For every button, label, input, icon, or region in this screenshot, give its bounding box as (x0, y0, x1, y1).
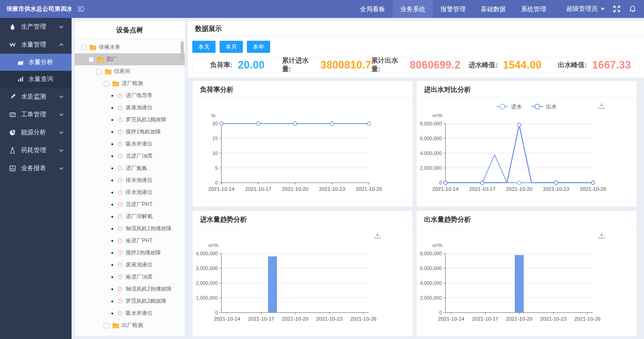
checkbox[interactable] (96, 69, 102, 74)
checkbox[interactable] (104, 323, 109, 328)
bullet-icon (111, 288, 113, 290)
legend-item[interactable]: 出水 (532, 103, 557, 110)
menu-fold-icon[interactable] (77, 5, 85, 13)
tree-leaf-node[interactable]: 北进厂PHT (75, 198, 185, 210)
sidebar-item[interactable]: 能源分析 (0, 124, 72, 142)
tree-leaf-node[interactable]: 进厂电导率 (75, 90, 185, 102)
tree-leaf-node[interactable]: 排水池液位 (75, 174, 185, 186)
tree-scrollbar[interactable] (181, 41, 184, 62)
tree-leaf-node[interactable]: 罗茨风机1阀故障 (75, 114, 185, 126)
download-icon[interactable] (599, 232, 605, 238)
legend-item[interactable]: 进水 (497, 103, 522, 110)
main-content: 数据展示 本天本月本年 负荷率:20.00累计进水量:3800810.7累计出水… (188, 18, 644, 339)
sidebar-item-label: 生产管理 (21, 23, 58, 31)
drop-icon (9, 23, 16, 30)
tree-leaf-node[interactable]: 排水池液位 (75, 186, 185, 198)
tree-leaf-node[interactable]: 搅拌1电机故障 (75, 126, 185, 138)
gauge-icon (117, 117, 123, 123)
tree-leaf-node[interactable]: 罗茨风机2阀故障 (75, 295, 185, 307)
svg-text:2021-10-14: 2021-10-14 (208, 186, 235, 192)
tree-leaf-node[interactable]: 南进厂浊度 (75, 271, 185, 283)
nav-item-4[interactable]: 系统管理 (513, 0, 554, 18)
tree-folder-node[interactable]: 仪表间 (75, 65, 185, 77)
nav-item-1[interactable]: 业务系统 (393, 0, 433, 18)
sidebar-item[interactable]: 业务报表 (0, 159, 72, 177)
tree-leaf-node[interactable]: 吸水井液位 (75, 307, 185, 319)
tree-leaf-node[interactable]: 废液池液位 (75, 259, 185, 271)
sidebar-item[interactable]: 工单管理 (0, 106, 72, 124)
bullet-icon (111, 143, 113, 145)
bullet-icon (111, 192, 113, 193)
sidebar-item[interactable]: 水量管理 (0, 36, 72, 54)
data-point (330, 122, 334, 125)
gauge-icon (117, 129, 123, 135)
user-menu[interactable]: 超级管理员 (566, 5, 605, 13)
chart-canvas: 05101520%2021-10-142021-10-172021-10-202… (193, 98, 412, 207)
tree-leaf-node[interactable]: 进厂溶解氧 (75, 210, 185, 223)
tree-node-label: 进厂电导率 (126, 92, 153, 99)
tree-folder-node[interactable]: 出厂检测 (75, 319, 185, 331)
nav-item-3[interactable]: 基础数据 (473, 0, 513, 18)
svg-text:6,000,000: 6,000,000 (420, 136, 442, 141)
tree-node-label: 搅拌1电机故障 (126, 128, 161, 136)
sidebar-item[interactable]: 生产管理 (0, 18, 72, 36)
svg-text:8,000,000: 8,000,000 (420, 121, 442, 126)
sidebar-subitem[interactable]: 水量分析 (0, 54, 72, 71)
data-point (220, 122, 223, 125)
chart-canvas: 02,000,0004,000,0006,000,0008,000,000m³/… (417, 227, 636, 337)
tree-folder-node[interactable]: 张掖水务 (75, 41, 185, 53)
checkbox[interactable] (81, 45, 86, 50)
svg-text:2021-10-17: 2021-10-17 (248, 316, 274, 322)
tree-leaf-node[interactable]: 吸水井液位 (75, 138, 185, 150)
sidebar-item-label: 能源分析 (21, 129, 58, 137)
fullscreen-icon[interactable] (613, 5, 620, 13)
stats-bar: 负荷率:20.00累计进水量:3800810.7累计出水量:8060699.2进… (192, 57, 640, 73)
sidebar-item[interactable]: 水质监测 (0, 88, 72, 106)
stat-value: 1544.00 (503, 59, 542, 71)
tree-leaf-node[interactable]: 轴流风机1热继故障 (75, 223, 185, 235)
checkbox[interactable] (89, 57, 94, 62)
gauge-icon (117, 189, 123, 195)
bell-icon[interactable] (629, 5, 636, 13)
time-button-1[interactable]: 本月 (220, 41, 243, 53)
nav-item-0[interactable]: 全局看板 (352, 0, 393, 18)
tree-leaf-node[interactable]: 废液池液位 (75, 102, 185, 114)
sidebar-subitem[interactable]: 水量查询 (0, 71, 72, 88)
data-point (257, 122, 260, 125)
tree-folder-node[interactable]: 进厂检测 (75, 77, 185, 90)
tree-node-label: 罗茨风机2阀故障 (126, 297, 166, 305)
svg-text:2021-10-23: 2021-10-23 (540, 316, 567, 322)
stat-label: 累计出水量: (371, 56, 404, 73)
tree-node-label: 仪表间 (114, 68, 130, 75)
svg-text:2,000,000: 2,000,000 (420, 165, 442, 171)
line-series (445, 154, 593, 183)
chevron-down-icon (58, 93, 65, 100)
checkbox[interactable] (104, 81, 109, 86)
time-button-2[interactable]: 本年 (247, 41, 270, 53)
tree-leaf-node[interactable]: 轴流风机2热继故障 (75, 283, 185, 295)
folder-icon (105, 69, 112, 74)
svg-text:出水: 出水 (546, 103, 557, 110)
tree-leaf-node[interactable]: 进厂氨氮 (75, 162, 185, 174)
svg-text:2021-10-26: 2021-10-26 (350, 316, 377, 322)
stat-item: 出水峰值:1667.33 (550, 59, 639, 71)
stat-label: 进水峰值: (469, 61, 498, 69)
gauge-icon (117, 141, 123, 147)
tree-folder-node[interactable]: 四厂 (75, 53, 185, 65)
download-icon[interactable] (375, 232, 381, 238)
svg-text:2021-10-14: 2021-10-14 (438, 316, 464, 322)
stat-label: 累计进水量: (282, 56, 315, 73)
time-button-0[interactable]: 本天 (192, 41, 216, 53)
sidebar-item[interactable]: 药耗管理 (0, 142, 72, 159)
data-point (293, 122, 297, 125)
nav-item-2[interactable]: 报警管理 (433, 0, 473, 18)
tree-leaf-node[interactable]: 北进厂浊度 (75, 150, 185, 162)
gauge-icon (117, 105, 123, 111)
download-icon[interactable] (599, 103, 605, 108)
tree-node-label: 进厂溶解氧 (126, 213, 153, 220)
tree-leaf-node[interactable]: 南进厂PHT (75, 235, 185, 247)
data-display-card: 数据展示 本天本月本年 负荷率:20.00累计进水量:3800810.7累计出水… (188, 21, 644, 78)
svg-text:m³/h: m³/h (208, 243, 218, 248)
svg-text:2021-10-17: 2021-10-17 (245, 186, 271, 192)
tree-leaf-node[interactable]: 搅拌2热继故障 (75, 247, 185, 259)
